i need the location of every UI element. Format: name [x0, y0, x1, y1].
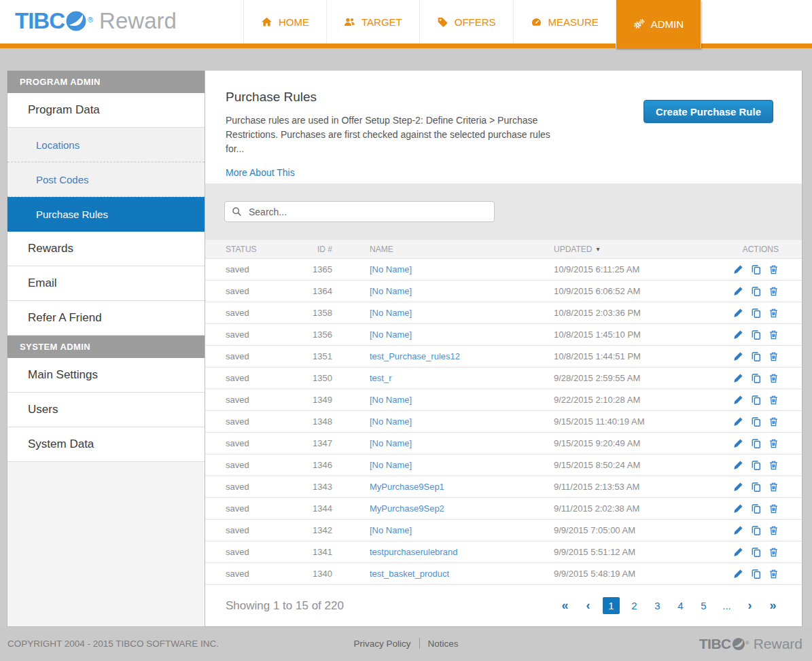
edit-icon[interactable]: [733, 308, 743, 318]
edit-icon[interactable]: [733, 482, 743, 492]
nav-tab-home[interactable]: HOME: [243, 0, 326, 43]
delete-icon[interactable]: [769, 460, 779, 470]
page-button-4[interactable]: 4: [672, 597, 689, 614]
next-page-button[interactable]: ›: [741, 597, 758, 614]
sidebar-item-purchase-rules[interactable]: Purchase Rules: [7, 197, 205, 232]
row-name-link[interactable]: [No Name]: [370, 525, 516, 535]
table-row: saved 1348 [No Name] 9/15/2015 11:40:19 …: [205, 411, 802, 433]
notices-link[interactable]: Notices: [428, 639, 459, 649]
column-header-status[interactable]: STATUS: [205, 245, 297, 254]
edit-icon[interactable]: [733, 416, 743, 427]
row-name-link[interactable]: [No Name]: [370, 395, 516, 405]
edit-icon[interactable]: [733, 569, 743, 579]
page-button-1[interactable]: 1: [603, 597, 620, 614]
row-status: saved: [205, 438, 297, 448]
first-page-button[interactable]: «: [557, 597, 573, 614]
row-name-link[interactable]: [No Name]: [370, 308, 516, 318]
nav-tab-offers[interactable]: OFFERS: [419, 0, 513, 43]
column-header-id[interactable]: ID #: [297, 245, 332, 254]
delete-icon[interactable]: [769, 525, 779, 535]
row-name-link[interactable]: test_Purchase_rules12: [370, 351, 516, 361]
edit-icon[interactable]: [733, 329, 743, 340]
copy-icon[interactable]: [751, 395, 761, 405]
edit-icon[interactable]: [733, 264, 743, 274]
row-name-link[interactable]: testpurchaserulebrand: [370, 547, 516, 557]
sidebar-item-rewards[interactable]: Rewards: [7, 232, 205, 266]
edit-icon[interactable]: [733, 373, 743, 383]
row-name-link[interactable]: [No Name]: [370, 460, 516, 470]
sidebar-item-program-data[interactable]: Program Data: [7, 93, 205, 128]
nav-tab-target[interactable]: TARGET: [326, 0, 419, 43]
row-status: saved: [205, 482, 297, 492]
search-input[interactable]: [247, 206, 487, 218]
row-name-link[interactable]: [No Name]: [370, 329, 516, 340]
delete-icon[interactable]: [769, 503, 779, 514]
prev-page-button[interactable]: ‹: [580, 597, 597, 614]
edit-icon[interactable]: [733, 395, 743, 405]
logo-text-reward: Reward: [99, 9, 177, 33]
delete-icon[interactable]: [769, 569, 779, 579]
copy-icon[interactable]: [751, 264, 761, 274]
delete-icon[interactable]: [769, 351, 779, 361]
edit-icon[interactable]: [733, 438, 743, 448]
copy-icon[interactable]: [751, 482, 761, 492]
edit-icon[interactable]: [733, 503, 743, 514]
edit-icon[interactable]: [733, 351, 743, 361]
copy-icon[interactable]: [751, 547, 761, 557]
delete-icon[interactable]: [769, 308, 779, 318]
more-about-this-link[interactable]: More About This: [226, 167, 295, 178]
nav-tab-measure[interactable]: MEASURE: [513, 0, 616, 43]
copy-icon[interactable]: [751, 503, 761, 514]
nav-tab-admin[interactable]: ADMIN: [616, 0, 701, 48]
sidebar-item-locations[interactable]: Locations: [7, 128, 205, 162]
sidebar-item-email[interactable]: Email: [7, 266, 205, 301]
copy-icon[interactable]: [751, 351, 761, 361]
row-actions: [733, 525, 802, 535]
row-name-link[interactable]: test_r: [370, 373, 516, 383]
copy-icon[interactable]: [751, 416, 761, 427]
sidebar-item-system-data[interactable]: System Data: [7, 427, 205, 462]
copy-icon[interactable]: [751, 569, 761, 579]
copy-icon[interactable]: [751, 460, 761, 470]
column-header-name[interactable]: NAME: [370, 245, 516, 254]
edit-icon[interactable]: [733, 547, 743, 557]
edit-icon[interactable]: [733, 525, 743, 535]
last-page-button[interactable]: »: [764, 597, 781, 614]
row-updated: 9/9/2015 5:51:12 AM: [554, 547, 720, 557]
page-button-5[interactable]: 5: [695, 597, 712, 614]
page-button-3[interactable]: 3: [649, 597, 666, 614]
copy-icon[interactable]: [751, 373, 761, 383]
edit-icon[interactable]: [733, 460, 743, 470]
delete-icon[interactable]: [769, 264, 779, 274]
copy-icon[interactable]: [751, 286, 761, 296]
column-header-updated[interactable]: UPDATED ▾: [554, 245, 720, 254]
row-name-link[interactable]: MyPurchase9Sep2: [370, 503, 516, 514]
row-updated: 10/9/2015 6:11:25 AM: [554, 264, 720, 274]
copy-icon[interactable]: [751, 329, 761, 340]
row-name-link[interactable]: [No Name]: [370, 264, 516, 274]
row-name-link[interactable]: [No Name]: [370, 438, 516, 448]
row-name-link[interactable]: test_basket_product: [370, 569, 516, 579]
delete-icon[interactable]: [769, 286, 779, 296]
sidebar-item-post-codes[interactable]: Post Codes: [7, 162, 205, 197]
privacy-policy-link[interactable]: Privacy Policy: [353, 639, 410, 649]
copy-icon[interactable]: [751, 308, 761, 318]
delete-icon[interactable]: [769, 482, 779, 492]
sidebar-item-users[interactable]: Users: [7, 393, 205, 427]
sidebar-item-main-settings[interactable]: Main Settings: [7, 358, 205, 393]
copy-icon[interactable]: [751, 525, 761, 535]
delete-icon[interactable]: [769, 438, 779, 448]
edit-icon[interactable]: [733, 286, 743, 296]
copy-icon[interactable]: [751, 438, 761, 448]
sidebar-item-refer-a-friend[interactable]: Refer A Friend: [7, 301, 205, 336]
delete-icon[interactable]: [769, 373, 779, 383]
delete-icon[interactable]: [769, 395, 779, 405]
row-name-link[interactable]: [No Name]: [370, 286, 516, 296]
row-name-link[interactable]: [No Name]: [370, 416, 516, 427]
delete-icon[interactable]: [769, 329, 779, 340]
row-name-link[interactable]: MyPurchase9Sep1: [370, 482, 516, 492]
create-purchase-rule-button[interactable]: Create Purchase Rule: [643, 100, 773, 123]
delete-icon[interactable]: [769, 547, 779, 557]
page-button-2[interactable]: 2: [626, 597, 643, 614]
delete-icon[interactable]: [769, 416, 779, 427]
